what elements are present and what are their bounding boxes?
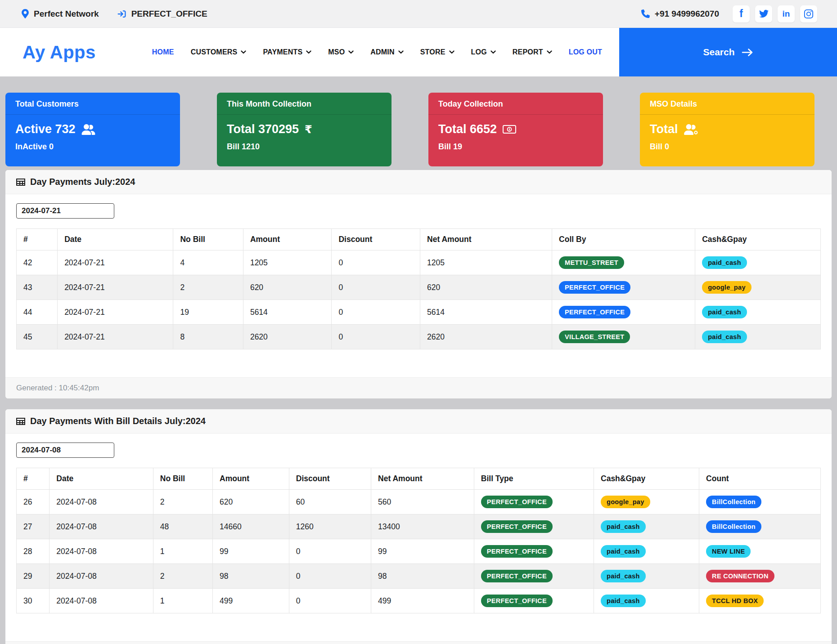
count-badge: RE CONNECTION bbox=[706, 570, 774, 582]
cell-bill-type: PERFECT_OFFICE bbox=[474, 589, 594, 613]
coll-by-badge: METTU_STREET bbox=[559, 256, 624, 269]
cell-coll-by: VILLAGE_STREET bbox=[552, 325, 695, 349]
day-payments-panel: Day Payments July:2024 # Date No Bill Am… bbox=[5, 170, 832, 398]
office-name-label: PERFECT_OFFICE bbox=[131, 9, 207, 19]
card-title: Total Customers bbox=[5, 93, 180, 115]
bill-type-badge: PERFECT_OFFICE bbox=[481, 545, 553, 558]
table-row: 26 2024-07-08 2 620 60 560 PERFECT_OFFIC… bbox=[17, 490, 821, 514]
cell-no-bill: 19 bbox=[173, 300, 243, 325]
app-logo[interactable]: Ay Apps bbox=[22, 42, 96, 63]
cell-cash-gpay: paid_cash bbox=[695, 300, 821, 325]
cell-id: 44 bbox=[17, 300, 58, 325]
twitter-icon[interactable] bbox=[755, 5, 772, 22]
cell-net-amount: 2620 bbox=[420, 325, 552, 349]
card-secondary-value: Bill 19 bbox=[438, 142, 593, 152]
day-payments-date-input[interactable] bbox=[16, 203, 114, 219]
cell-cash-gpay: paid_cash bbox=[695, 250, 821, 275]
cell-discount: 1260 bbox=[289, 514, 371, 539]
card-secondary-value: InActive 0 bbox=[15, 142, 170, 152]
nav-mso[interactable]: MSO bbox=[328, 48, 354, 56]
cell-discount: 0 bbox=[332, 275, 420, 300]
col-no-bill: No Bill bbox=[153, 468, 212, 490]
cell-net-amount: 560 bbox=[371, 490, 474, 514]
header: Ay Apps HOME CUSTOMERS PAYMENTS MSO ADMI… bbox=[0, 28, 837, 76]
nav-logout[interactable]: LOG OUT bbox=[569, 48, 602, 56]
facebook-glyph: f bbox=[739, 9, 743, 19]
cell-discount: 0 bbox=[289, 539, 371, 564]
cell-discount: 0 bbox=[332, 300, 420, 325]
cell-amount: 99 bbox=[213, 539, 289, 564]
card-secondary-value: Bill 0 bbox=[650, 142, 805, 152]
cell-no-bill: 4 bbox=[173, 250, 243, 275]
cell-date: 2024-07-08 bbox=[50, 589, 153, 613]
linkedin-icon[interactable]: in bbox=[778, 5, 795, 22]
cell-amount: 499 bbox=[213, 589, 289, 613]
chevron-down-icon bbox=[490, 50, 496, 54]
nav-log[interactable]: LOG bbox=[471, 48, 496, 56]
bill-type-badge: PERFECT_OFFICE bbox=[481, 520, 553, 533]
cell-coll-by: PERFECT_OFFICE bbox=[552, 300, 695, 325]
cell-date: 2024-07-21 bbox=[58, 250, 173, 275]
month-collection-card: This Month Collection Total 370295 ₹ Bil… bbox=[217, 93, 392, 166]
search-button[interactable]: Search bbox=[619, 28, 837, 76]
cell-coll-by: METTU_STREET bbox=[552, 250, 695, 275]
cell-bill-type: PERFECT_OFFICE bbox=[474, 514, 594, 539]
cell-id: 28 bbox=[17, 539, 50, 564]
cell-amount: 620 bbox=[243, 275, 332, 300]
cell-no-bill: 2 bbox=[173, 275, 243, 300]
nav-customers[interactable]: CUSTOMERS bbox=[191, 48, 247, 56]
nav-logout-label: LOG OUT bbox=[569, 48, 602, 56]
coll-by-badge: PERFECT_OFFICE bbox=[559, 281, 630, 294]
count-badge: BillCollection bbox=[706, 520, 761, 533]
social-links: f in bbox=[733, 5, 817, 22]
chevron-down-icon bbox=[348, 50, 354, 54]
day-payments-bill-date-input[interactable] bbox=[16, 443, 114, 458]
instagram-icon[interactable] bbox=[800, 5, 817, 22]
nav-home[interactable]: HOME bbox=[152, 48, 174, 56]
cell-discount: 0 bbox=[332, 325, 420, 349]
nav-store[interactable]: STORE bbox=[420, 48, 454, 56]
cell-count: RE CONNECTION bbox=[699, 564, 821, 589]
nav-report-label: REPORT bbox=[513, 48, 543, 56]
facebook-icon[interactable]: f bbox=[733, 5, 750, 22]
cell-id: 45 bbox=[17, 325, 58, 349]
nav-log-label: LOG bbox=[471, 48, 487, 56]
col-date: Date bbox=[50, 468, 153, 490]
pay-mode-badge: paid_cash bbox=[601, 595, 646, 607]
generated-timestamp: Generated : 10:45:42pm bbox=[5, 641, 832, 644]
pay-mode-badge: google_pay bbox=[601, 496, 650, 508]
cell-date: 2024-07-21 bbox=[58, 275, 173, 300]
card-secondary-value: Bill 1210 bbox=[227, 142, 382, 152]
cell-discount: 60 bbox=[289, 490, 371, 514]
cell-amount: 98 bbox=[213, 564, 289, 589]
col-cash-gpay: Cash&Gpay bbox=[594, 468, 699, 490]
total-customers-card: Total Customers Active 732 InActive 0 bbox=[5, 93, 180, 166]
cell-bill-type: PERFECT_OFFICE bbox=[474, 564, 594, 589]
generated-timestamp: Generated : 10:45:42pm bbox=[5, 377, 832, 398]
phone-number: +91 9499962070 bbox=[641, 9, 719, 19]
day-payments-panel-header: Day Payments July:2024 bbox=[5, 170, 832, 194]
users-gear-icon bbox=[684, 124, 699, 135]
bill-type-badge: PERFECT_OFFICE bbox=[481, 570, 553, 582]
topbar: Perfect Network PERFECT_OFFICE +91 94999… bbox=[0, 0, 837, 28]
nav-payments[interactable]: PAYMENTS bbox=[263, 48, 311, 56]
rupee-icon: ₹ bbox=[305, 123, 312, 136]
nav-report[interactable]: REPORT bbox=[513, 48, 552, 56]
table-header-row: # Date No Bill Amount Discount Net Amoun… bbox=[17, 468, 821, 490]
cell-date: 2024-07-08 bbox=[50, 564, 153, 589]
col-amount: Amount bbox=[213, 468, 289, 490]
arrow-right-icon bbox=[742, 48, 753, 57]
table-row: 27 2024-07-08 48 14660 1260 13400 PERFEC… bbox=[17, 514, 821, 539]
main-nav: HOME CUSTOMERS PAYMENTS MSO ADMIN STORE … bbox=[152, 48, 602, 56]
card-primary-value: Total bbox=[650, 122, 678, 136]
table-row: 44 2024-07-21 19 5614 0 5614 PERFECT_OFF… bbox=[17, 300, 821, 325]
col-discount: Discount bbox=[289, 468, 371, 490]
cell-count: BillCollection bbox=[699, 514, 821, 539]
cell-cash-gpay: google_pay bbox=[695, 275, 821, 300]
card-title: This Month Collection bbox=[217, 93, 392, 115]
cell-net-amount: 620 bbox=[420, 275, 552, 300]
nav-admin[interactable]: ADMIN bbox=[370, 48, 403, 56]
location-pin-icon bbox=[22, 9, 29, 18]
coll-by-badge: PERFECT_OFFICE bbox=[559, 306, 630, 318]
cell-date: 2024-07-08 bbox=[50, 539, 153, 564]
